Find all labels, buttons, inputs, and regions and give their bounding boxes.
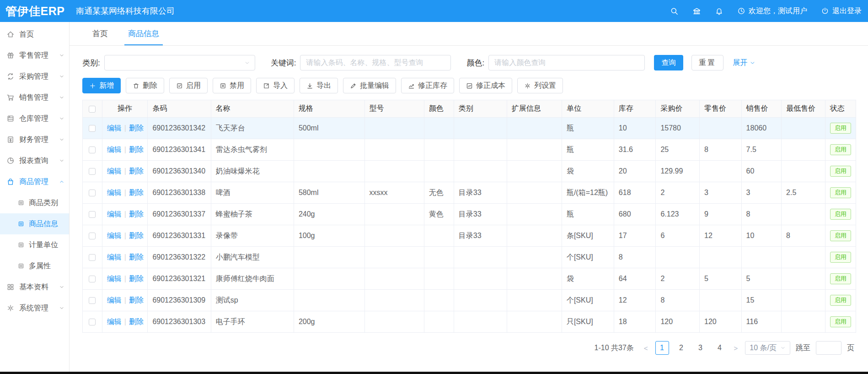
cell-unit: 袋 bbox=[562, 268, 614, 290]
cell-spec bbox=[294, 161, 364, 182]
列设置-button[interactable]: 列设置 bbox=[517, 78, 563, 93]
row-checkbox[interactable] bbox=[89, 276, 96, 282]
启用-button[interactable]: 启用 bbox=[169, 78, 208, 93]
category-select[interactable] bbox=[104, 55, 255, 70]
page-size-select[interactable]: 10 条/页 bbox=[745, 341, 790, 355]
row-checkbox[interactable] bbox=[89, 254, 96, 261]
status-badge: 启用 bbox=[830, 209, 851, 220]
check-square-icon bbox=[176, 82, 183, 89]
edit-link[interactable]: 编辑 bbox=[107, 232, 122, 239]
button-label: 新增 bbox=[99, 81, 114, 91]
sidebar-item-采购管理[interactable]: 采购管理 bbox=[0, 66, 69, 87]
page-number-2[interactable]: 2 bbox=[675, 341, 688, 355]
row-checkbox[interactable] bbox=[89, 233, 96, 239]
导出-button[interactable]: 导出 bbox=[300, 78, 338, 93]
jump-page-input[interactable] bbox=[816, 341, 841, 355]
logout-button[interactable]: 退出登录 bbox=[821, 6, 862, 16]
sidebar-item-零售管理[interactable]: 零售管理 bbox=[0, 45, 69, 66]
edit-link[interactable]: 编辑 bbox=[107, 210, 122, 218]
edit-link[interactable]: 编辑 bbox=[107, 189, 122, 196]
批量编辑-button[interactable]: 批量编辑 bbox=[343, 78, 396, 93]
bank-icon[interactable] bbox=[692, 7, 701, 16]
cell-status: 启用 bbox=[825, 290, 856, 311]
修正成本-button[interactable]: 修正成本 bbox=[459, 78, 512, 93]
delete-link[interactable]: 删除 bbox=[129, 167, 144, 175]
sidebar-subitem-label: 多属性 bbox=[29, 261, 51, 271]
sidebar-item-首页[interactable]: 首页 bbox=[0, 24, 69, 45]
sidebar-item-label: 首页 bbox=[19, 30, 34, 39]
sidebar-item-商品管理[interactable]: 商品管理 bbox=[0, 171, 69, 192]
delete-link[interactable]: 删除 bbox=[129, 210, 144, 218]
button-label: 禁用 bbox=[230, 81, 244, 91]
row-checkbox[interactable] bbox=[89, 211, 96, 218]
cell-spec: 200g bbox=[294, 311, 364, 333]
sidebar-item-系统管理[interactable]: 系统管理 bbox=[0, 298, 69, 319]
cell-status: 启用 bbox=[825, 139, 856, 161]
删除-button[interactable]: 删除 bbox=[126, 78, 164, 93]
product-table-wrap: 操作条码名称规格型号颜色类别扩展信息单位库存采购价零售价销售价最低售价状态 编辑… bbox=[70, 100, 868, 333]
edit-link[interactable]: 编辑 bbox=[107, 296, 122, 304]
bell-icon[interactable] bbox=[715, 7, 723, 16]
tab-首页[interactable]: 首页 bbox=[82, 22, 118, 45]
row-checkbox[interactable] bbox=[89, 190, 96, 196]
sidebar-item-基本资料[interactable]: 基本资料 bbox=[0, 276, 69, 298]
page-number-1[interactable]: 1 bbox=[655, 341, 669, 355]
row-select-cell bbox=[83, 311, 102, 333]
cell-ext bbox=[507, 204, 562, 225]
row-checkbox[interactable] bbox=[89, 297, 96, 304]
page-number-4[interactable]: 4 bbox=[713, 341, 727, 355]
sidebar-subitem-计量单位[interactable]: 计量单位 bbox=[0, 234, 69, 255]
doc-icon bbox=[17, 220, 25, 228]
edit-link[interactable]: 编辑 bbox=[107, 146, 122, 153]
cell-category bbox=[454, 161, 507, 182]
delete-link[interactable]: 删除 bbox=[129, 124, 144, 132]
tab-label: 首页 bbox=[92, 28, 108, 39]
search-icon[interactable] bbox=[670, 7, 679, 16]
row-checkbox[interactable] bbox=[89, 146, 96, 153]
delete-link[interactable]: 删除 bbox=[129, 318, 144, 325]
edit-link[interactable]: 编辑 bbox=[107, 167, 122, 175]
page-number-3[interactable]: 3 bbox=[694, 341, 707, 355]
keyword-input[interactable] bbox=[300, 55, 451, 70]
delete-link[interactable]: 删除 bbox=[129, 275, 144, 282]
delete-link[interactable]: 删除 bbox=[129, 146, 144, 153]
cell-spec: 580ml bbox=[294, 182, 364, 204]
welcome-user[interactable]: 欢迎您，测试用户 bbox=[737, 6, 807, 16]
cell-retail: 8 bbox=[700, 139, 742, 161]
sidebar-item-销售管理[interactable]: 销售管理 bbox=[0, 87, 69, 108]
delete-link[interactable]: 删除 bbox=[129, 296, 144, 304]
cell-status: 启用 bbox=[825, 225, 856, 247]
tab-商品信息[interactable]: 商品信息 bbox=[118, 22, 169, 45]
sidebar-subitem-商品类别[interactable]: 商品类别 bbox=[0, 192, 69, 213]
禁用-button[interactable]: 禁用 bbox=[213, 78, 251, 93]
prev-page-button[interactable]: < bbox=[642, 344, 650, 352]
reset-button[interactable]: 重置 bbox=[691, 55, 723, 70]
chevron-down-icon bbox=[59, 158, 64, 163]
search-button[interactable]: 查询 bbox=[654, 55, 683, 70]
delete-link[interactable]: 删除 bbox=[129, 189, 144, 196]
edit-link[interactable]: 编辑 bbox=[107, 253, 122, 261]
delete-link[interactable]: 删除 bbox=[129, 232, 144, 239]
color-input[interactable] bbox=[488, 55, 645, 70]
cell-purchase: 129.99 bbox=[656, 161, 700, 182]
sidebar-subitem-商品信息[interactable]: 商品信息 bbox=[0, 213, 69, 234]
row-checkbox[interactable] bbox=[89, 168, 96, 175]
导入-button[interactable]: 导入 bbox=[256, 78, 295, 93]
row-checkbox[interactable] bbox=[89, 125, 96, 132]
sidebar-item-报表查询[interactable]: 报表查询 bbox=[0, 150, 69, 171]
select-all-checkbox[interactable] bbox=[89, 106, 96, 113]
expand-link[interactable]: 展开 bbox=[733, 58, 755, 68]
delete-link[interactable]: 删除 bbox=[129, 253, 144, 261]
sidebar-subitem-多属性[interactable]: 多属性 bbox=[0, 255, 69, 276]
edit-link[interactable]: 编辑 bbox=[107, 275, 122, 282]
cell-category bbox=[454, 311, 507, 333]
sidebar-item-财务管理[interactable]: 财务管理 bbox=[0, 129, 69, 150]
next-page-button[interactable]: > bbox=[732, 344, 740, 352]
row-checkbox[interactable] bbox=[89, 319, 96, 325]
修正库存-button[interactable]: 修正库存 bbox=[401, 78, 454, 93]
edit-link[interactable]: 编辑 bbox=[107, 124, 122, 132]
sidebar-item-仓库管理[interactable]: 仓库管理 bbox=[0, 108, 69, 129]
新增-button[interactable]: 新增 bbox=[82, 78, 121, 93]
cell-sale: 116 bbox=[741, 311, 782, 333]
edit-link[interactable]: 编辑 bbox=[107, 318, 122, 325]
